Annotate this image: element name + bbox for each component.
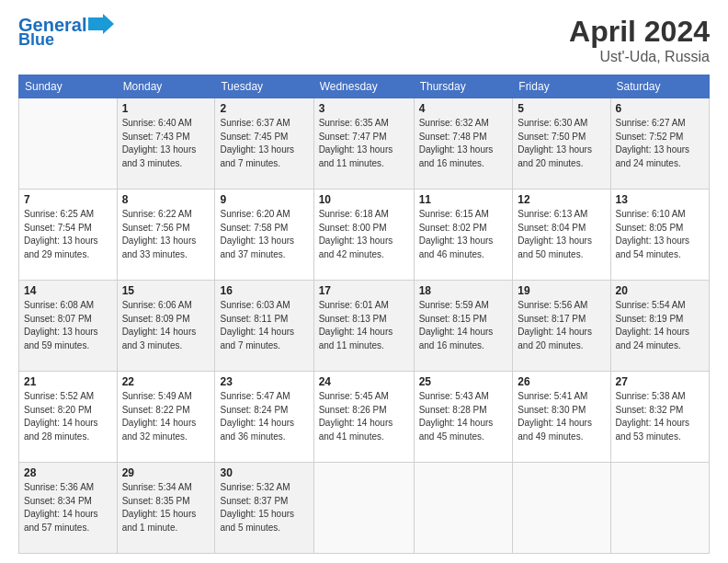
calendar-cell: 7Sunrise: 6:25 AMSunset: 7:54 PMDaylight… [19,190,118,281]
calendar-cell: 17Sunrise: 6:01 AMSunset: 8:13 PMDayligh… [313,281,414,372]
calendar-cell: 14Sunrise: 6:08 AMSunset: 8:07 PMDayligh… [19,281,118,372]
day-info: Sunrise: 6:15 AMSunset: 8:02 PMDaylight:… [419,209,494,259]
calendar-cell: 13Sunrise: 6:10 AMSunset: 8:05 PMDayligh… [610,190,709,281]
day-number: 7 [24,193,112,206]
day-number: 16 [220,284,308,297]
calendar-cell: 9Sunrise: 6:20 AMSunset: 7:58 PMDaylight… [215,190,313,281]
day-number: 26 [518,375,605,388]
day-info: Sunrise: 6:20 AMSunset: 7:58 PMDaylight:… [220,209,294,259]
calendar-cell: 10Sunrise: 6:18 AMSunset: 8:00 PMDayligh… [313,190,414,281]
calendar-cell: 15Sunrise: 6:06 AMSunset: 8:09 PMDayligh… [117,281,215,372]
calendar-cell: 18Sunrise: 5:59 AMSunset: 8:15 PMDayligh… [414,281,513,372]
calendar-cell: 12Sunrise: 6:13 AMSunset: 8:04 PMDayligh… [513,190,610,281]
day-number: 9 [220,193,308,206]
day-number: 2 [220,102,308,115]
day-info: Sunrise: 5:47 AMSunset: 8:24 PMDaylight:… [220,391,294,442]
day-info: Sunrise: 5:36 AMSunset: 8:34 PMDaylight:… [24,482,98,533]
day-number: 29 [122,466,210,479]
day-number: 13 [616,193,704,206]
day-info: Sunrise: 5:34 AMSunset: 8:35 PMDaylight:… [122,482,197,533]
calendar-cell: 8Sunrise: 6:22 AMSunset: 7:56 PMDaylight… [117,190,215,281]
calendar-cell: 6Sunrise: 6:27 AMSunset: 7:52 PMDaylight… [610,98,709,190]
day-info: Sunrise: 6:18 AMSunset: 8:00 PMDaylight:… [319,209,393,259]
day-header: Friday [513,75,610,98]
title-area: April 2024 Ust'-Uda, Russia [569,15,710,65]
day-info: Sunrise: 6:30 AMSunset: 7:50 PMDaylight:… [518,118,592,168]
calendar-cell: 23Sunrise: 5:47 AMSunset: 8:24 PMDayligh… [215,372,313,463]
calendar-cell: 25Sunrise: 5:43 AMSunset: 8:28 PMDayligh… [414,372,513,463]
day-header: Thursday [414,75,513,98]
day-number: 1 [122,102,210,115]
day-number: 3 [319,102,409,115]
day-number: 14 [24,284,112,297]
day-info: Sunrise: 5:54 AMSunset: 8:19 PMDaylight:… [616,300,690,350]
day-number: 28 [24,466,112,479]
day-number: 19 [518,284,605,297]
day-number: 20 [616,284,704,297]
svg-marker-0 [88,14,114,34]
day-info: Sunrise: 5:38 AMSunset: 8:32 PMDaylight:… [616,391,690,442]
day-number: 24 [319,375,409,388]
day-info: Sunrise: 5:41 AMSunset: 8:30 PMDaylight:… [518,391,592,442]
day-header: Monday [117,75,215,98]
calendar-cell [313,463,414,554]
calendar-cell: 22Sunrise: 5:49 AMSunset: 8:22 PMDayligh… [117,372,215,463]
day-info: Sunrise: 6:25 AMSunset: 7:54 PMDaylight:… [24,209,98,259]
day-number: 8 [122,193,210,206]
day-info: Sunrise: 6:32 AMSunset: 7:48 PMDaylight:… [419,118,494,168]
logo: General Blue [18,15,114,50]
day-number: 11 [419,193,508,206]
day-info: Sunrise: 6:22 AMSunset: 7:56 PMDaylight:… [122,209,197,259]
day-header: Saturday [610,75,709,98]
calendar-cell: 19Sunrise: 5:56 AMSunset: 8:17 PMDayligh… [513,281,610,372]
day-info: Sunrise: 6:27 AMSunset: 7:52 PMDaylight:… [616,118,690,168]
day-number: 23 [220,375,308,388]
calendar-cell: 1Sunrise: 6:40 AMSunset: 7:43 PMDaylight… [117,98,215,190]
day-number: 30 [220,466,308,479]
page: General Blue April 2024 Ust'-Uda, Russia… [0,0,728,563]
location: Ust'-Uda, Russia [569,49,710,65]
calendar-cell: 30Sunrise: 5:32 AMSunset: 8:37 PMDayligh… [215,463,313,554]
logo-blue-text: Blue [18,31,54,50]
day-info: Sunrise: 6:01 AMSunset: 8:13 PMDaylight:… [319,300,393,350]
day-info: Sunrise: 6:10 AMSunset: 8:05 PMDaylight:… [616,209,690,259]
day-number: 25 [419,375,508,388]
calendar-cell: 2Sunrise: 6:37 AMSunset: 7:45 PMDaylight… [215,98,313,190]
day-info: Sunrise: 5:49 AMSunset: 8:22 PMDaylight:… [122,391,197,442]
day-info: Sunrise: 6:13 AMSunset: 8:04 PMDaylight:… [518,209,592,259]
day-number: 10 [319,193,409,206]
day-number: 18 [419,284,508,297]
day-header: Wednesday [313,75,414,98]
day-info: Sunrise: 6:40 AMSunset: 7:43 PMDaylight:… [122,118,197,168]
day-header: Tuesday [215,75,313,98]
calendar-cell: 21Sunrise: 5:52 AMSunset: 8:20 PMDayligh… [19,372,118,463]
month-title: April 2024 [569,15,710,49]
calendar: SundayMondayTuesdayWednesdayThursdayFrid… [18,75,710,554]
day-number: 22 [122,375,210,388]
calendar-cell [19,98,118,190]
calendar-cell: 5Sunrise: 6:30 AMSunset: 7:50 PMDaylight… [513,98,610,190]
day-info: Sunrise: 6:35 AMSunset: 7:47 PMDaylight:… [319,118,393,168]
day-number: 6 [616,102,704,115]
day-number: 5 [518,102,605,115]
day-number: 4 [419,102,508,115]
day-number: 17 [319,284,409,297]
calendar-cell: 20Sunrise: 5:54 AMSunset: 8:19 PMDayligh… [610,281,709,372]
day-info: Sunrise: 5:52 AMSunset: 8:20 PMDaylight:… [24,391,98,442]
calendar-cell: 29Sunrise: 5:34 AMSunset: 8:35 PMDayligh… [117,463,215,554]
day-info: Sunrise: 5:45 AMSunset: 8:26 PMDaylight:… [319,391,393,442]
day-info: Sunrise: 5:43 AMSunset: 8:28 PMDaylight:… [419,391,494,442]
calendar-cell [513,463,610,554]
day-info: Sunrise: 5:56 AMSunset: 8:17 PMDaylight:… [518,300,592,350]
header: General Blue April 2024 Ust'-Uda, Russia [18,15,710,65]
day-number: 12 [518,193,605,206]
calendar-cell: 4Sunrise: 6:32 AMSunset: 7:48 PMDaylight… [414,98,513,190]
calendar-cell: 27Sunrise: 5:38 AMSunset: 8:32 PMDayligh… [610,372,709,463]
calendar-cell [610,463,709,554]
day-info: Sunrise: 6:37 AMSunset: 7:45 PMDaylight:… [220,118,294,168]
day-number: 21 [24,375,112,388]
calendar-cell: 3Sunrise: 6:35 AMSunset: 7:47 PMDaylight… [313,98,414,190]
day-info: Sunrise: 6:06 AMSunset: 8:09 PMDaylight:… [122,300,197,350]
logo-arrow-icon [88,14,114,34]
calendar-cell: 28Sunrise: 5:36 AMSunset: 8:34 PMDayligh… [19,463,118,554]
